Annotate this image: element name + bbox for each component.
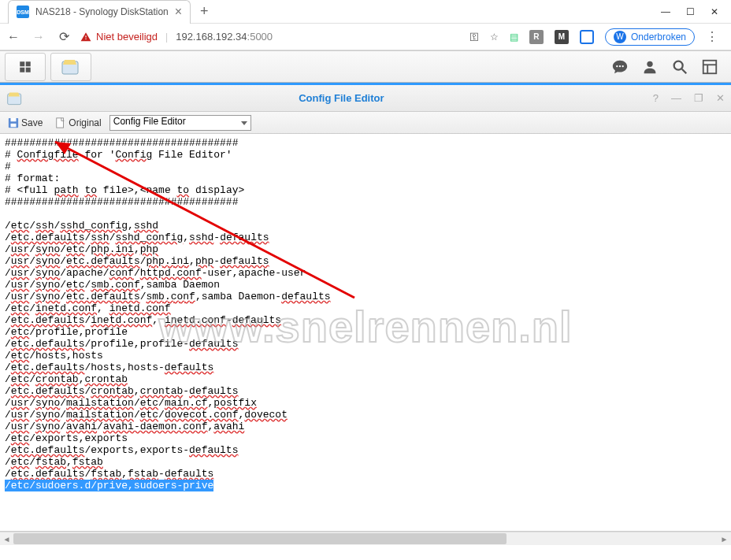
svg-rect-0 <box>20 61 24 66</box>
window-title: Config File Editor <box>30 92 653 104</box>
svg-rect-3 <box>26 67 31 72</box>
dsm-topbar <box>0 50 731 83</box>
svg-point-9 <box>674 61 683 69</box>
dropdown-value: Config File Editor <box>113 116 186 127</box>
playlist-icon[interactable]: ▤ <box>510 32 518 43</box>
scroll-right-icon[interactable]: ► <box>718 532 731 546</box>
app-window-header: Config File Editor ? — ❐ ✕ <box>0 85 731 112</box>
close-button[interactable]: ✕ <box>711 6 718 17</box>
new-tab-button[interactable]: + <box>200 3 209 20</box>
save-label: Save <box>21 117 43 128</box>
svg-rect-17 <box>11 123 17 126</box>
app-icon <box>6 90 24 107</box>
menu-icon[interactable]: ⋮ <box>706 29 718 44</box>
security-indicator[interactable]: Niet beveiligd <box>80 31 158 43</box>
svg-point-6 <box>619 65 621 66</box>
svg-point-8 <box>647 61 652 66</box>
config-editor-app-icon[interactable] <box>50 53 91 81</box>
editor-toolbar: Save Original Config File Editor <box>0 112 731 134</box>
reload-button[interactable]: ⟳ <box>55 28 72 46</box>
main-menu-button[interactable] <box>5 53 46 81</box>
svg-point-7 <box>622 65 623 66</box>
close-window-button[interactable]: ✕ <box>716 92 725 104</box>
minimize-button[interactable]: — <box>661 6 670 17</box>
svg-rect-2 <box>20 67 24 72</box>
svg-rect-18 <box>57 117 64 127</box>
svg-point-5 <box>616 65 618 66</box>
minimize-window-button[interactable]: — <box>671 92 681 104</box>
svg-rect-1 <box>26 61 31 66</box>
search-icon[interactable] <box>670 57 690 77</box>
url-bar: ← → ⟳ Niet beveiligd | 192.168.192.34:50… <box>0 24 731 50</box>
chat-icon[interactable] <box>610 57 630 77</box>
profile-label: Onderbroken <box>631 32 686 43</box>
profile-avatar-icon: W <box>614 31 626 43</box>
svg-line-10 <box>682 69 687 73</box>
maximize-button[interactable]: ☐ <box>686 6 695 17</box>
warning-icon <box>80 32 91 43</box>
help-button[interactable]: ? <box>653 92 659 104</box>
file-selector-dropdown[interactable]: Config File Editor <box>109 115 251 131</box>
profile-button[interactable]: W Onderbroken <box>605 28 695 46</box>
original-label: Original <box>69 117 101 128</box>
horizontal-scrollbar[interactable]: ◄ ► <box>0 532 731 545</box>
extension-r[interactable]: R <box>529 30 544 44</box>
back-button[interactable]: ← <box>5 28 22 46</box>
extension-tab-icon[interactable] <box>580 30 594 44</box>
user-icon[interactable] <box>640 57 660 77</box>
selected-line[interactable]: /etc/sudoers.d/prive,sudoers-prive <box>5 480 213 491</box>
editor-text[interactable]: ###################################### #… <box>0 134 731 495</box>
original-button[interactable]: Original <box>50 115 106 131</box>
tab-title: NAS218 - Synology DiskStation <box>35 6 169 17</box>
save-button[interactable]: Save <box>3 115 47 131</box>
editor-area[interactable]: ###################################### #… <box>0 134 731 532</box>
extension-m[interactable]: M <box>555 30 569 44</box>
svg-rect-11 <box>703 60 717 73</box>
url-text[interactable]: 192.168.192.34:5000 <box>176 31 273 43</box>
forward-button[interactable]: → <box>30 28 47 46</box>
maximize-window-button[interactable]: ❐ <box>694 92 703 104</box>
save-icon <box>8 117 19 128</box>
scroll-left-icon[interactable]: ◄ <box>0 532 13 546</box>
scrollbar-thumb[interactable] <box>13 533 507 544</box>
security-label: Niet beveiligd <box>96 31 158 43</box>
browser-tab[interactable]: DSM NAS218 - Synology DiskStation × <box>8 0 191 24</box>
window-controls: — ☐ ✕ <box>661 6 728 17</box>
key-icon[interactable]: ⚿ <box>469 32 479 43</box>
browser-titlebar: DSM NAS218 - Synology DiskStation × + — … <box>0 0 731 24</box>
widgets-icon[interactable] <box>699 57 720 77</box>
favicon: DSM <box>17 6 29 18</box>
svg-rect-16 <box>11 117 17 121</box>
tab-close-icon[interactable]: × <box>175 5 182 19</box>
bookmark-icon[interactable]: ☆ <box>490 32 499 43</box>
file-icon <box>55 117 66 128</box>
